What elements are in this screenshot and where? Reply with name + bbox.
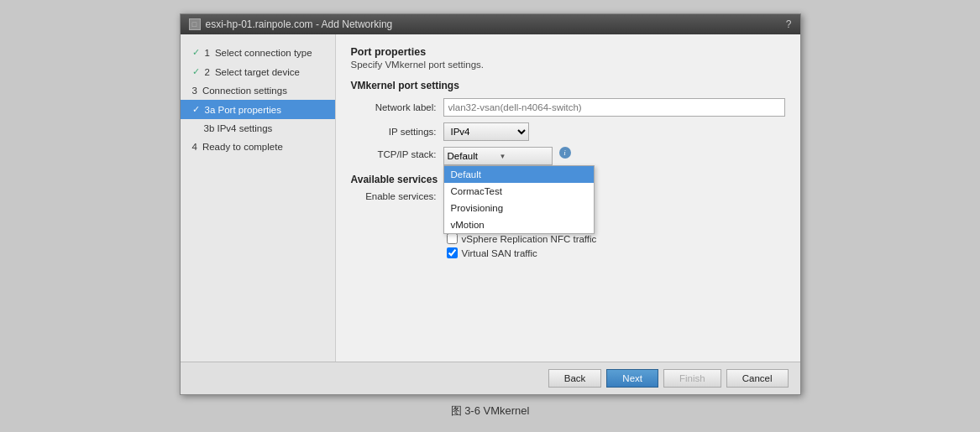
sidebar-item-step1[interactable]: ✓ 1 Select connection type	[181, 43, 335, 62]
tcpip-stack-label: TCP/IP stack:	[351, 147, 443, 159]
step3a-label: 3a Port properties	[205, 105, 281, 115]
caption-text: 图 3-6 VMkernel	[451, 404, 530, 417]
help-button[interactable]: ?	[786, 18, 792, 30]
sidebar: ✓ 1 Select connection type ✓ 2 Select ta…	[181, 34, 336, 362]
sidebar-item-step3a[interactable]: ✓ 3a Port properties	[181, 100, 335, 119]
dialog-title: esxi-hp-01.rainpole.com - Add Networking	[206, 18, 393, 30]
main-content: Port properties Specify VMkernel port se…	[336, 34, 800, 362]
network-label-control	[443, 98, 785, 117]
tcpip-option-default[interactable]: Default	[444, 166, 594, 183]
vsphere-replication-nfc-label: vSphere Replication NFC traffic	[462, 234, 597, 244]
dialog-footer: Back Next Finish Cancel	[181, 362, 800, 394]
tcpip-dropdown-arrow: ▼	[500, 153, 548, 160]
virtual-san-checkbox[interactable]	[447, 247, 458, 258]
tcpip-selected-value: Default	[448, 151, 496, 161]
sidebar-item-step4[interactable]: 4 Ready to complete	[181, 138, 335, 156]
dialog: □ esxi-hp-01.rainpole.com - Add Networki…	[180, 13, 801, 395]
tcpip-stack-control: Default ▼ Default CormacTest Provisionin…	[443, 147, 785, 165]
tcpip-dropdown[interactable]: Default ▼ Default CormacTest Provisionin…	[443, 147, 553, 165]
virtual-san-label: Virtual SAN traffic	[462, 248, 537, 258]
sidebar-item-step3b[interactable]: 3b IPv4 settings	[181, 119, 335, 138]
step1-number: 1	[205, 48, 210, 58]
cancel-button[interactable]: Cancel	[726, 369, 789, 388]
sidebar-item-step3[interactable]: 3 Connection settings	[181, 81, 335, 100]
caption: 图 3-6 VMkernel	[451, 403, 530, 419]
step2-label: Select target device	[215, 67, 300, 77]
tcpip-option-provisioning[interactable]: Provisioning	[444, 200, 594, 216]
step4-label: Ready to complete	[202, 142, 283, 152]
dialog-body: ✓ 1 Select connection type ✓ 2 Select ta…	[181, 34, 800, 362]
tcpip-stack-row: TCP/IP stack: Default ▼ Default CormacTe…	[351, 147, 785, 165]
network-label-row: Network label:	[351, 98, 785, 117]
service-vsphere-replication-nfc: vSphere Replication NFC traffic	[447, 233, 597, 244]
step3-label: Connection settings	[202, 86, 287, 96]
enable-services-label: Enable services:	[351, 190, 443, 201]
tcpip-option-vmotion[interactable]: vMotion	[444, 216, 594, 233]
ip-settings-control: IPv4 IPv6 IPv4 and IPv6	[443, 122, 785, 141]
step3-number: 3	[192, 86, 197, 96]
title-bar-left: □ esxi-hp-01.rainpole.com - Add Networki…	[189, 18, 393, 30]
ip-settings-select[interactable]: IPv4 IPv6 IPv4 and IPv6	[443, 122, 529, 141]
section-title: Port properties	[351, 46, 785, 58]
check-icon-step2: ✓	[192, 66, 200, 77]
tcpip-dropdown-list: Default CormacTest Provisioning vMotion	[443, 165, 595, 234]
ip-settings-label: IP settings:	[351, 127, 443, 137]
network-label-input[interactable]	[443, 98, 785, 117]
step2-number: 2	[205, 67, 210, 77]
service-virtual-san: Virtual SAN traffic	[447, 247, 597, 258]
vsphere-replication-nfc-checkbox[interactable]	[447, 233, 458, 244]
tcpip-info-icon[interactable]: i	[559, 147, 571, 159]
step3b-label: 3b IPv4 settings	[204, 123, 273, 133]
next-button[interactable]: Next	[606, 369, 658, 388]
ip-settings-row: IP settings: IPv4 IPv6 IPv4 and IPv6	[351, 122, 785, 141]
subsection-title: VMkernel port settings	[351, 80, 785, 91]
dialog-wrapper: □ esxi-hp-01.rainpole.com - Add Networki…	[180, 13, 801, 419]
step1-label: Select connection type	[215, 48, 312, 58]
window-icon: □	[189, 18, 201, 30]
network-label-label: Network label:	[351, 102, 443, 112]
sidebar-item-step2[interactable]: ✓ 2 Select target device	[181, 62, 335, 81]
finish-button[interactable]: Finish	[663, 369, 721, 388]
check-icon-step3a: ✓	[192, 104, 200, 115]
section-desc: Specify VMkernel port settings.	[351, 60, 785, 70]
back-button[interactable]: Back	[548, 369, 602, 388]
tcpip-dropdown-display[interactable]: Default ▼	[443, 147, 553, 165]
title-bar: □ esxi-hp-01.rainpole.com - Add Networki…	[181, 14, 800, 34]
check-icon-step1: ✓	[192, 47, 200, 58]
tcpip-option-cormactest[interactable]: CormacTest	[444, 183, 594, 200]
step4-number: 4	[192, 142, 197, 152]
